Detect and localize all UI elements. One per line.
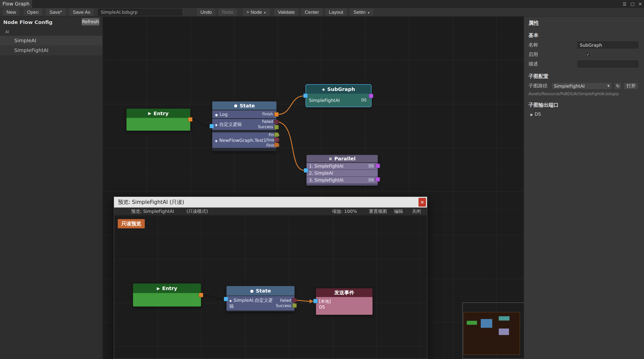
entry-output-port[interactable] [199, 293, 203, 297]
settings-button[interactable]: Settin▼ [350, 9, 373, 15]
node-flow-config-panel: Node Flow Config Refresh AI SimpleAI Sim… [0, 16, 103, 359]
parallel-input-port[interactable] [304, 168, 308, 173]
wire-entry-state [192, 119, 209, 126]
node-title: SubGraph [327, 86, 355, 92]
subgraph-input-port[interactable] [303, 93, 308, 98]
state-failed-port[interactable] [274, 120, 279, 124]
layout-button[interactable]: Layout [326, 9, 346, 15]
parallel-icon: ≡ [329, 156, 332, 161]
state-input-port[interactable] [224, 297, 228, 301]
sidebar-item-simplefightai[interactable]: SimpleFightAI [0, 45, 102, 55]
entry-icon: ▶ [157, 286, 160, 291]
entry-body [126, 118, 190, 131]
state-finish3-port[interactable] [274, 143, 279, 147]
edit-button[interactable]: 编辑 [394, 208, 403, 214]
parallel-row-2[interactable]: 2. SimpleAI [306, 170, 378, 176]
port-label: Success [276, 303, 291, 309]
undo-button[interactable]: Undo [197, 9, 215, 15]
state-finish-port[interactable] [274, 112, 279, 117]
node-entry[interactable]: ▶Entry [126, 109, 190, 131]
open-subgraph-button[interactable]: 打开 [624, 82, 638, 89]
save-as-button[interactable]: Save As [70, 9, 94, 15]
sidebar-group-label: AI [5, 29, 102, 34]
state-failed-port[interactable] [292, 298, 297, 303]
subgraph-path-label: 子图路径 [528, 83, 552, 89]
preview-close-button[interactable]: ✕ [418, 198, 426, 207]
parallel-row-3[interactable]: 3. SimpleFightAI DS [306, 177, 378, 183]
filename-input[interactable] [98, 9, 182, 15]
minimap-node-green [467, 321, 477, 325]
preview-canvas[interactable]: 只读预览 ▶Entry ●State ◆SimpleAI.自定义逻辑 Faile… [114, 215, 427, 359]
node-title: Parallel [334, 156, 356, 162]
node-parallel[interactable]: ≡Parallel 1. SimpleFightAI DS 2. SimpleA… [306, 155, 378, 186]
center-button[interactable]: Center [302, 9, 322, 15]
node-subgraph[interactable]: ◈SubGraph SimpleFightAI DS [306, 85, 371, 107]
enabled-checkbox[interactable]: ✓ [586, 52, 590, 57]
dropdown-arrow-icon: ▼ [367, 11, 370, 14]
reset-view-button[interactable]: 重置视图 [369, 208, 387, 214]
window-close-icon[interactable]: ✕ [638, 1, 642, 6]
parallel-ds-port-3[interactable] [376, 177, 380, 182]
port-dot-icon: ● [530, 113, 532, 116]
preview-titlebar[interactable]: 预览: SimpleFightAI (只读) ✕ [114, 197, 427, 208]
preview-window: 预览: SimpleFightAI (只读) ✕ 预览: SimpleFight… [114, 197, 427, 359]
diamond-icon: ◆ [215, 123, 218, 127]
add-node-button[interactable]: + Node▼ [243, 9, 270, 15]
node-title: Entry [154, 110, 168, 116]
preview-zoom-label: 缩放: 100% [332, 208, 357, 214]
state-finish2-port[interactable] [274, 137, 279, 142]
state-input-port[interactable] [210, 124, 214, 128]
state-row-newflowgraph[interactable]: ◆NewFlowGraph.Test1 Finish Finish2 Finis… [212, 132, 276, 148]
wire-failed-parallel [278, 122, 304, 170]
window-titlebar[interactable]: Flow Graph ☰ □ ✕ [0, 0, 644, 8]
subgraph-ds-port[interactable] [369, 94, 373, 98]
close-preview-button[interactable]: 关闭 [412, 208, 421, 214]
minimap-node-teal [499, 316, 510, 321]
preview-node-state[interactable]: ●State ◆SimpleAI.自定义逻辑 Failed Success [226, 286, 294, 312]
node-state[interactable]: ●State ●Log Finish ◆自定义逻辑 Failed Success… [212, 101, 276, 151]
save-button[interactable]: Save* [46, 9, 66, 15]
preview-title: 预览: SimpleFightAI (只读) [118, 199, 184, 206]
open-button[interactable]: Open [24, 9, 42, 15]
window-maximize-icon[interactable]: □ [630, 1, 634, 6]
preview-toolbar: 预览: SimpleFightAI (只读模式) 缩放: 100% 重置视图 编… [114, 208, 427, 215]
port-label: Success [258, 124, 273, 130]
refresh-icon: ↻ [616, 83, 620, 88]
state-row-custom-logic[interactable]: ◆自定义逻辑 Failed Success [212, 119, 276, 130]
event-input-port[interactable] [313, 299, 318, 303]
preview-node-entry[interactable]: ▶Entry [133, 284, 201, 307]
section-subgraph-config: 子图配置 [528, 73, 638, 80]
section-output-ports: 子图输出端口 [528, 102, 638, 108]
new-button[interactable]: New [3, 9, 19, 15]
preview-node-send-event[interactable]: 发送事件 [本地] DS [316, 288, 372, 315]
entry-output-port[interactable] [188, 117, 192, 122]
refresh-button[interactable]: Refresh [82, 18, 100, 25]
state-icon: ● [250, 289, 254, 293]
state-finish1-port[interactable] [274, 132, 279, 137]
state-success-port[interactable] [274, 125, 279, 129]
port-label: DS [361, 98, 366, 102]
state-row-log[interactable]: ●Log Finish [212, 110, 276, 118]
description-label: 描述 [528, 61, 578, 67]
subgraph-path-dropdown[interactable]: SimpleFightAI ▼ [552, 82, 612, 89]
window-menu-icon[interactable]: ☰ [622, 1, 626, 6]
validate-button[interactable]: Validate [274, 9, 298, 15]
minimap[interactable] [464, 312, 520, 355]
port-label: Failed [258, 119, 273, 124]
parallel-ds-port-1[interactable] [376, 164, 380, 168]
parallel-row-1[interactable]: 1. SimpleFightAI DS [306, 163, 378, 169]
state-success-port[interactable] [292, 303, 297, 308]
port-label: Failed [276, 298, 291, 303]
redo-button[interactable]: Redo [218, 9, 236, 15]
preview-state-row[interactable]: ◆SimpleAI.自定义逻辑 Failed Success [226, 296, 294, 311]
flow-graph-window: Flow Graph ☰ □ ✕ New Open Save* Save As … [0, 0, 644, 359]
diamond-icon: ◆ [215, 139, 218, 143]
check-icon: ✓ [586, 52, 590, 57]
subgraph-row-label: SimpleFightAI [309, 98, 340, 103]
close-icon: ✕ [420, 200, 424, 205]
refresh-path-button[interactable]: ↻ [614, 82, 621, 89]
description-field[interactable] [578, 60, 638, 67]
sidebar-item-simpleai[interactable]: SimpleAI [0, 36, 102, 45]
name-field[interactable] [578, 41, 638, 48]
preview-mode-label: (只读模式) [186, 208, 208, 214]
